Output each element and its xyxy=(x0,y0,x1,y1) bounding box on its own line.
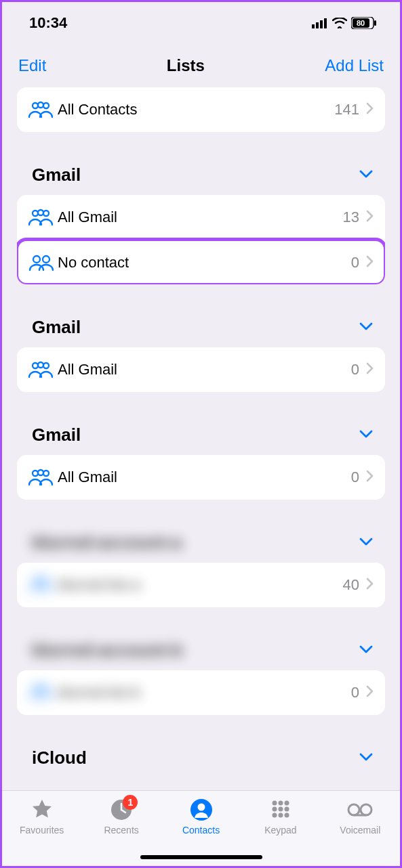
svg-point-21 xyxy=(38,470,43,475)
svg-rect-0 xyxy=(312,24,315,28)
svg-point-11 xyxy=(33,211,38,216)
svg-point-40 xyxy=(348,804,359,815)
people-three-icon xyxy=(28,361,58,378)
home-indicator xyxy=(140,855,262,859)
section-header[interactable]: Gmail xyxy=(17,148,385,195)
wifi-icon xyxy=(332,18,347,28)
chevron-down-icon xyxy=(359,169,382,181)
tab-favourites[interactable]: Favourites xyxy=(2,798,81,836)
svg-point-16 xyxy=(33,363,38,368)
row-label: blurred-list-b xyxy=(58,684,351,701)
people-three-icon xyxy=(28,101,58,118)
section-title: Gmail xyxy=(32,317,81,338)
status-right: 80 xyxy=(312,17,377,29)
list-row[interactable]: All Gmail13 xyxy=(17,195,385,240)
list-row[interactable]: No contact0 xyxy=(17,240,385,284)
nav-header: Edit Lists Add List xyxy=(2,39,400,87)
row-count: 0 xyxy=(351,684,359,701)
section: blurred-account-bblurred-list-b0 xyxy=(17,624,385,715)
voicemail-icon xyxy=(346,798,374,822)
row-label: No contact xyxy=(58,254,351,272)
svg-point-34 xyxy=(272,807,277,812)
edit-button[interactable]: Edit xyxy=(18,56,46,75)
row-label: All Gmail xyxy=(58,209,343,226)
tab-label: Contacts xyxy=(182,825,220,836)
svg-point-18 xyxy=(38,362,43,368)
section: GmailAll Gmail13No contact0 xyxy=(17,148,385,284)
tab-label: Recents xyxy=(104,825,138,836)
svg-point-14 xyxy=(33,256,40,263)
lists-container: All Contacts 141 GmailAll Gmail13No cont… xyxy=(2,87,400,778)
list-row[interactable]: blurred-list-b0 xyxy=(17,670,385,715)
row-count: 0 xyxy=(351,361,359,378)
list-row[interactable]: blurred-list-a40 xyxy=(17,563,385,607)
svg-point-37 xyxy=(272,813,277,818)
row-count: 40 xyxy=(343,576,359,594)
chevron-right-icon xyxy=(366,578,374,592)
section-title: Gmail xyxy=(32,425,81,446)
svg-rect-2 xyxy=(320,20,323,28)
svg-point-41 xyxy=(361,804,371,815)
people-three-icon xyxy=(28,469,58,486)
section: iCloud xyxy=(17,731,385,778)
section-header[interactable]: blurred-account-a xyxy=(17,516,385,563)
section: GmailAll Gmail0 xyxy=(17,408,385,500)
svg-point-30 xyxy=(197,804,205,811)
svg-point-32 xyxy=(278,801,283,806)
svg-point-13 xyxy=(38,210,43,215)
tab-label: Favourites xyxy=(20,825,64,836)
chevron-down-icon xyxy=(359,752,382,764)
svg-point-39 xyxy=(284,813,289,818)
section-header[interactable]: iCloud xyxy=(17,731,385,778)
list-row[interactable]: All Gmail0 xyxy=(17,455,385,500)
tab-voicemail[interactable]: Voicemail xyxy=(321,798,400,836)
svg-point-33 xyxy=(284,801,289,806)
section: blurred-account-ablurred-list-a40 xyxy=(17,516,385,607)
section-header[interactable]: Gmail xyxy=(17,408,385,455)
section: GmailAll Gmail0 xyxy=(17,301,385,392)
tab-recents[interactable]: 1 Recents xyxy=(81,798,161,836)
section-title: blurred-account-a xyxy=(32,532,182,553)
svg-point-35 xyxy=(278,807,283,812)
svg-point-36 xyxy=(284,807,289,812)
battery-icon: 80 xyxy=(351,17,377,29)
list-row[interactable]: All Gmail0 xyxy=(17,347,385,392)
all-contacts-card: All Contacts 141 xyxy=(17,87,385,132)
recents-badge: 1 xyxy=(123,795,138,810)
svg-point-15 xyxy=(43,256,49,263)
svg-point-26 xyxy=(43,686,49,691)
tab-contacts[interactable]: Contacts xyxy=(161,798,241,836)
tab-keypad[interactable]: Keypad xyxy=(241,798,320,836)
tab-label: Voicemail xyxy=(340,825,380,836)
svg-rect-6 xyxy=(374,20,376,26)
section-title: Gmail xyxy=(32,165,81,186)
chevron-right-icon xyxy=(366,685,374,700)
section-header[interactable]: Gmail xyxy=(17,301,385,347)
chevron-right-icon xyxy=(366,102,374,117)
chevron-right-icon xyxy=(366,470,374,485)
add-list-button[interactable]: Add List xyxy=(325,56,384,75)
section-card: All Gmail13No contact0 xyxy=(17,195,385,284)
svg-point-31 xyxy=(272,801,277,806)
svg-point-8 xyxy=(33,103,38,108)
people-three-icon xyxy=(28,209,58,226)
section-header[interactable]: blurred-account-b xyxy=(17,624,385,670)
svg-point-22 xyxy=(33,578,38,584)
section-card: All Gmail0 xyxy=(17,455,385,500)
svg-point-12 xyxy=(43,211,49,216)
page-title: Lists xyxy=(167,56,205,75)
svg-point-19 xyxy=(33,471,38,476)
people-two-icon xyxy=(28,254,58,272)
all-contacts-row[interactable]: All Contacts 141 xyxy=(17,87,385,132)
section-title: blurred-account-b xyxy=(32,640,182,661)
people-three-icon xyxy=(28,684,58,701)
chevron-right-icon xyxy=(366,362,374,377)
people-three-icon xyxy=(28,576,58,594)
svg-point-20 xyxy=(43,471,49,476)
chevron-down-icon xyxy=(359,429,382,441)
svg-point-23 xyxy=(43,578,49,584)
row-label: All Gmail xyxy=(58,469,351,486)
status-time: 10:34 xyxy=(29,14,67,32)
svg-rect-3 xyxy=(324,18,327,28)
svg-point-27 xyxy=(38,685,43,691)
